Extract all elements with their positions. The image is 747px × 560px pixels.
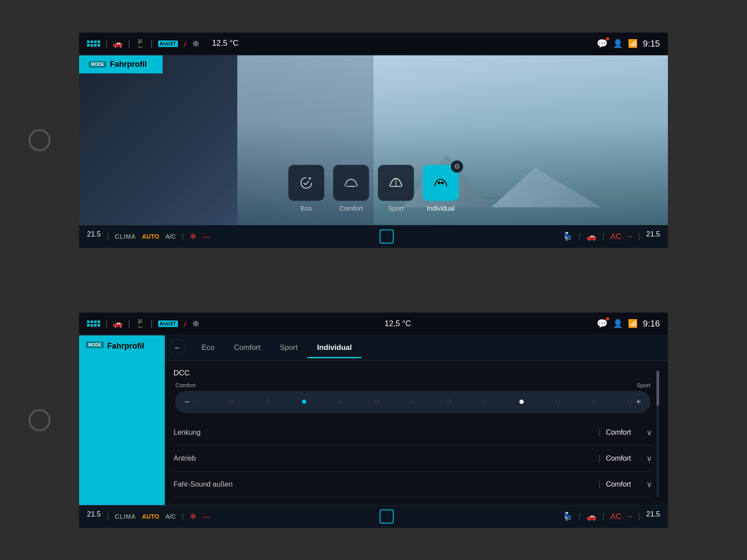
clima-ac[interactable]: A/C	[166, 233, 176, 240]
clima-sep: |	[182, 233, 184, 240]
b-phone-icon[interactable]: 📱	[135, 319, 145, 328]
ac-max-icon[interactable]: AC	[610, 232, 621, 241]
wifi-icon[interactable]: 📶	[628, 39, 638, 48]
mode-btn-sport[interactable]: Sport	[378, 165, 414, 212]
tab-comfort[interactable]: Comfort	[224, 337, 270, 358]
divider1: |	[105, 39, 108, 49]
setting-row-lenkung[interactable]: Lenkung | Comfort ∨	[174, 420, 652, 446]
mode-btn-individual[interactable]: ⚙ Individual	[423, 165, 459, 212]
fahrprofil-sidebar[interactable]: MODE Fahrprofil	[79, 335, 165, 505]
dot-5[interactable]	[338, 400, 343, 404]
clima-temp-left: 21.5	[87, 230, 101, 243]
dcc-title: DCC	[174, 369, 652, 378]
b-car-icon[interactable]: 🚗	[113, 319, 123, 328]
heat-icon[interactable]: —	[203, 232, 210, 241]
dot-1[interactable]	[193, 400, 198, 404]
setting-row-acc[interactable]: ACC (Automatische Distanzregelung) | Com…	[174, 498, 652, 505]
plus-icon[interactable]: ⊕	[192, 39, 199, 48]
svg-point-2	[438, 182, 440, 184]
b-clima-auto[interactable]: AUTO	[142, 513, 159, 520]
bottom-car-side-left	[0, 409, 79, 431]
tab-individual[interactable]: Individual	[307, 337, 361, 358]
lenkung-chevron[interactable]: ∨	[646, 428, 652, 437]
music-icon[interactable]: ♪	[183, 39, 187, 48]
dcc-slider-container: Comfort Sport −	[174, 382, 652, 413]
scrollbar-track[interactable]	[656, 371, 659, 497]
b-heat-icon[interactable]: —	[203, 512, 210, 521]
main-panel: ← Eco Comfort Sport Individual	[165, 335, 668, 505]
scrollbar-thumb[interactable]	[656, 371, 659, 406]
tab-sport[interactable]: Sport	[270, 337, 308, 358]
clock: 9:15	[643, 39, 660, 49]
b-clima-div2: |	[579, 513, 580, 520]
settings-list: DCC Comfort Sport −	[174, 369, 652, 497]
bottom-screen-wrapper: | 🚗 | 📱 | AssiST ♪ ⊕ 12.5 °C 💬 👤 📶 9:16	[79, 313, 668, 528]
apps-icon[interactable]	[87, 40, 100, 47]
car-icon[interactable]: 🚗	[113, 39, 123, 48]
b-ac-max-icon[interactable]: AC	[610, 512, 621, 521]
dcc-section: DCC Comfort Sport −	[174, 369, 652, 413]
eco-label: Eco	[301, 204, 312, 212]
clima-temp-right: 21.5	[646, 230, 660, 243]
b-person-icon[interactable]: 👤	[613, 319, 623, 328]
setting-row-antrieb[interactable]: Antrieb | Comfort ∨	[174, 446, 652, 472]
bottom-screen: | 🚗 | 📱 | AssiST ♪ ⊕ 12.5 °C 💬 👤 📶 9:16	[79, 313, 668, 528]
tab-eco[interactable]: Eco	[192, 337, 224, 358]
b-clima-temp-left: 21.5	[87, 510, 101, 523]
slider-minus[interactable]: −	[185, 397, 190, 407]
clima-div3: |	[602, 233, 604, 240]
dot-4-active[interactable]	[302, 400, 306, 404]
dot-8[interactable]	[447, 400, 451, 404]
divider3: |	[150, 39, 152, 49]
clima-square[interactable]	[380, 229, 394, 244]
b-clima-square[interactable]	[380, 509, 394, 524]
b-temperature-display: 12.5 °C	[204, 319, 592, 328]
b-plus-icon[interactable]: ⊕	[192, 319, 199, 328]
b-assist-badge[interactable]: AssiST	[158, 320, 178, 327]
mode-btn-eco[interactable]: Eco	[288, 165, 324, 212]
slider-plus[interactable]: +	[636, 397, 641, 407]
mode-btn-comfort[interactable]: Comfort	[333, 165, 369, 212]
person-icon[interactable]: 👤	[613, 39, 623, 48]
dot-9[interactable]	[483, 400, 487, 404]
svg-point-3	[441, 182, 444, 184]
dot-6[interactable]	[374, 400, 379, 404]
fahrsound-chevron[interactable]: ∨	[646, 480, 652, 489]
fahrsound-label: Fahr-Sound außen	[174, 480, 598, 488]
b-clock: 9:16	[643, 319, 660, 329]
b-fan-icon[interactable]: ❄	[190, 512, 196, 521]
dot-3[interactable]	[266, 400, 270, 404]
assist-badge[interactable]: AssiST	[158, 40, 178, 47]
fahrprofil-button-top[interactable]: MODE Fahrprofil	[79, 55, 163, 73]
antrieb-chevron[interactable]: ∨	[646, 454, 652, 463]
b-wind-icon[interactable]: ~	[627, 512, 632, 521]
b-rear-icon[interactable]: 🚗	[587, 512, 596, 521]
phone-icon[interactable]: 📱	[135, 39, 145, 48]
tabs-row: ← Eco Comfort Sport Individual	[165, 335, 668, 361]
seat-icon[interactable]: 💺	[563, 232, 573, 241]
notification-icon[interactable]: 💬	[597, 38, 608, 49]
fan-icon[interactable]: ❄	[190, 232, 196, 241]
dcc-slider-track[interactable]: −	[175, 391, 650, 413]
b-divider2: |	[128, 319, 130, 329]
apps-icon-bottom[interactable]	[87, 320, 100, 327]
b-notification-icon[interactable]: 💬	[597, 318, 608, 329]
fahrsound-divider: |	[598, 480, 601, 489]
b-seat-icon[interactable]: 💺	[563, 512, 573, 521]
rear-icon[interactable]: 🚗	[587, 232, 596, 241]
b-clima-ac[interactable]: A/C	[166, 513, 176, 520]
dot-13[interactable]	[628, 400, 632, 404]
b-wifi-icon[interactable]: 📶	[628, 319, 638, 328]
dot-10-active[interactable]	[519, 400, 524, 404]
clima-auto[interactable]: AUTO	[142, 233, 159, 240]
wind-icon[interactable]: ~	[627, 232, 632, 241]
dot-7[interactable]	[411, 400, 415, 404]
setting-row-fahrsound[interactable]: Fahr-Sound außen | Comfort ∨	[174, 472, 652, 498]
b-music-icon[interactable]: ♪	[183, 319, 187, 328]
dot-2[interactable]	[229, 400, 234, 404]
dot-11[interactable]	[555, 400, 560, 404]
back-button[interactable]: ←	[169, 339, 186, 356]
fahrsound-value-area: | Comfort ∨	[598, 480, 652, 489]
clima-div2: |	[579, 233, 580, 240]
dot-12[interactable]	[592, 400, 596, 404]
